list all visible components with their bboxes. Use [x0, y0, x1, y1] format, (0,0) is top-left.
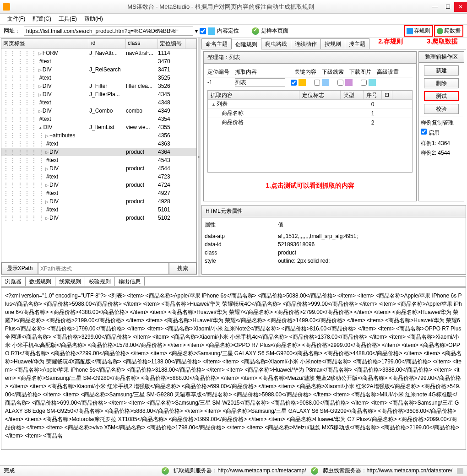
splitter[interactable] — [198, 38, 201, 276]
bottom-tab[interactable]: 校验规则 — [85, 277, 115, 286]
tree-row[interactable]: ⋮ ⋮ ⋮ ⋮ ⋮ #text3470 — [1, 57, 196, 65]
tree-row[interactable]: ⋮ ⋮ ⋮ ⋮ ⋮ ▷DIVJ_RelSearch3471 — [1, 65, 196, 74]
tree-row[interactable]: ⋮ ⋮ ⋮ ⋮ ⋮ ▷DIVJ_Filterfilter clea...3526 — [1, 82, 196, 90]
save-rule-button[interactable]: 存规则 — [404, 25, 433, 37]
rule-box-title: 整理箱：列表 — [204, 52, 416, 64]
bottom-tab[interactable]: 浏览器 — [1, 277, 26, 286]
img-check[interactable] — [337, 80, 343, 86]
grid-col-head: 关键内容 — [294, 68, 322, 76]
copy-mgmt-title: 样例复制管理 — [421, 119, 462, 127]
tab[interactable]: 搜主题 — [345, 38, 369, 49]
xpath-row: 显示XPath 搜索 — [1, 262, 196, 274]
url-input[interactable] — [24, 27, 193, 36]
grid-col-head: 下载图片 — [349, 68, 377, 76]
bottom-tabs: 浏览器数据规则线索规则校验规则输出信息 — [1, 276, 466, 287]
tree-row[interactable]: ⋮ ⋮ ⋮ ⋮ ⋮ ⋮ ▷DIVproduct4364 — [1, 148, 196, 156]
ops-title: 整理箱操作区 — [419, 52, 464, 63]
xpath-input[interactable] — [38, 263, 169, 274]
locate-label: 内容定位 — [217, 27, 239, 35]
tree-header-cell[interactable]: class — [126, 39, 158, 49]
extract-col-head: 抓取内容 — [208, 91, 299, 99]
close-button[interactable]: ✕ — [454, 2, 467, 12]
annotation-3: 3.爬取数据 — [427, 38, 458, 46]
verify-button[interactable]: 校验 — [424, 104, 459, 114]
tree-row[interactable]: ⋮ ⋮ ⋮ ⋮ ⋮ ▷DIVJ_FilterPla...4345 — [1, 90, 196, 98]
attr-row: classproduct — [205, 249, 463, 257]
tree-row[interactable]: ⋮ ⋮ ⋮ ⋮ ⋮ ⋮ ▷+attributes4356 — [1, 131, 196, 140]
maximize-button[interactable]: ☐ — [441, 2, 454, 12]
tree-row[interactable]: ⋮ ⋮ ⋮ ⋮ ⋮ ▷FORMJ_NavAttr...navAttrsF...1… — [1, 49, 196, 57]
tree-row[interactable]: ⋮ ⋮ ⋮ ⋮ ⋮ ⋮ #text4723 — [1, 173, 196, 181]
globe-icon — [437, 28, 443, 34]
crawl-data-button[interactable]: 爬数据 — [434, 25, 463, 37]
right-panel: 命名主题创建规则爬虫路线连续动作搜规则搜主题 整理箱：列表 定位编号抓取内容关键… — [201, 38, 466, 275]
tree-row[interactable]: ⋮ ⋮ ⋮ ⋮ ⋮ ▷DIVJ_Combocombo4349 — [1, 107, 196, 115]
tree-row[interactable]: ⋮ ⋮ ⋮ ⋮ ⋮ ⋮ #text4363 — [1, 140, 196, 148]
tree-row[interactable]: ⋮ ⋮ ⋮ ⋮ ⋮ #text3525 — [1, 74, 196, 82]
locate-icon[interactable] — [208, 27, 215, 35]
tab[interactable]: 命名主题 — [201, 38, 232, 49]
check-icon — [162, 467, 169, 475]
resize-grip-icon[interactable] — [457, 468, 463, 474]
bottom-tab[interactable]: 线索规则 — [55, 277, 85, 286]
tree-row[interactable]: ⋮ ⋮ ⋮ ⋮ ⋮ ⋮ #text5101 — [1, 206, 196, 214]
adv-check[interactable] — [361, 80, 367, 86]
tab[interactable]: 连续动作 — [291, 38, 321, 49]
tree-row[interactable]: ⋮ ⋮ ⋮ ⋮ ⋮ ⋮ #text4543 — [1, 156, 196, 164]
test-button[interactable]: 测试 — [424, 91, 459, 101]
extract-col-head: 定位标志 — [299, 91, 341, 99]
dropdown-icon[interactable]: ▾ — [195, 28, 198, 34]
extract-row[interactable]: 商品价格2 — [208, 118, 412, 127]
tree-header-cell[interactable]: 定位编号 — [158, 39, 185, 49]
menu-item[interactable]: 工具(E) — [55, 14, 81, 24]
xpath-search-button[interactable]: 搜索 — [169, 263, 196, 274]
extract-col-head: 类型 — [341, 91, 364, 99]
status-server-1: 抓取规则服务器：http://www.metacamp.cn/metacamp/ — [174, 467, 306, 475]
tree-row[interactable]: ⋮ ⋮ ⋮ ⋮ ⋮ #text4354 — [1, 115, 196, 123]
tree-body[interactable]: ⋮ ⋮ ⋮ ⋮ ⋮ ▷FORMJ_NavAttr...navAttrsF...1… — [1, 49, 196, 262]
app-icon — [3, 3, 10, 11]
rule-area: 整理箱：列表 定位编号抓取内容关键内容下级线索下载图片高级设置 -1 — [201, 49, 466, 203]
key-content-check[interactable] — [291, 80, 297, 86]
grid-col-head: 下级线索 — [322, 68, 349, 76]
new-button[interactable]: 新建 — [424, 65, 459, 76]
extract-row[interactable]: 商品名称1 — [208, 109, 412, 118]
tree-row[interactable]: ⋮ ⋮ ⋮ ⋮ ⋮ ⋮ ▷DIVproduct5102 — [1, 214, 196, 222]
tab[interactable]: 创建规则 — [231, 39, 261, 49]
sublink-check[interactable] — [314, 80, 320, 86]
annotation-1: 1.点击测试可以看到抓取的内容 — [207, 182, 413, 190]
delete-button[interactable]: 删除 — [424, 78, 459, 88]
bottom-tab[interactable]: 输出信息 — [115, 277, 145, 286]
attr-row: data-id521893618096 — [205, 240, 463, 249]
key-icon — [299, 79, 306, 86]
tree-row[interactable]: ⋮ ⋮ ⋮ ⋮ ⋮ ▲DIVJ_ItemListview vie...4355 — [1, 123, 196, 131]
output-panel[interactable]: <?xml version="1.0" encoding="UTF-8"?> <… — [1, 287, 466, 450]
tree-row[interactable]: ⋮ ⋮ ⋮ ⋮ ⋮ ⋮ ▷DIVproduct4724 — [1, 181, 196, 189]
tab[interactable]: 爬虫路线 — [261, 38, 291, 49]
tree-header-cell[interactable]: 网页标签 — [1, 39, 89, 49]
titlebar: MS谋数台 - MetaStudio - 根据用户对网页内容的标注自动生成抓取规… — [0, 0, 467, 14]
enable-check[interactable] — [421, 129, 427, 135]
save-icon — [407, 28, 413, 34]
minimize-button[interactable]: — — [429, 2, 441, 12]
attr-panel: HTML元素属性 属性 值 data-atpa!,,1512,,,,,,,,tm… — [201, 205, 466, 275]
tree-row[interactable]: ⋮ ⋮ ⋮ ⋮ ⋮ ⋮ ▷DIVproduct4544 — [1, 164, 196, 173]
col-picker-icon[interactable]: ⊡ — [382, 91, 392, 99]
tree-header-cell[interactable]: id — [89, 39, 126, 49]
window-title: MS谋数台 - MetaStudio - 根据用户对网页内容的标注自动生成抓取规… — [13, 3, 429, 11]
attr-val-head: 值 — [278, 221, 283, 229]
menu-item[interactable]: 帮助(H) — [81, 14, 107, 24]
bottom-tab[interactable]: 数据规则 — [26, 277, 55, 286]
extract-row[interactable]: ▲列表0 — [208, 100, 412, 109]
tree-row[interactable]: ⋮ ⋮ ⋮ ⋮ ⋮ ⋮ ▷DIVproduct4928 — [1, 197, 196, 206]
sample-2: 样例2: 4544 — [421, 149, 462, 157]
url-checkbox[interactable] — [200, 28, 206, 34]
tree-row[interactable]: ⋮ ⋮ ⋮ ⋮ ⋮ ⋮ #text4927 — [1, 189, 196, 197]
menu-item[interactable]: 配置(C) — [29, 14, 55, 24]
attr-row: styleoutline: 2px solid red; — [205, 257, 463, 265]
content-input[interactable] — [235, 78, 285, 87]
show-xpath-button[interactable]: 显示XPath — [1, 263, 38, 274]
tree-row[interactable]: ⋮ ⋮ ⋮ ⋮ ⋮ #text4348 — [1, 98, 196, 107]
tab[interactable]: 搜规则 — [320, 38, 345, 49]
menu-item[interactable]: 文件(F) — [4, 14, 29, 24]
